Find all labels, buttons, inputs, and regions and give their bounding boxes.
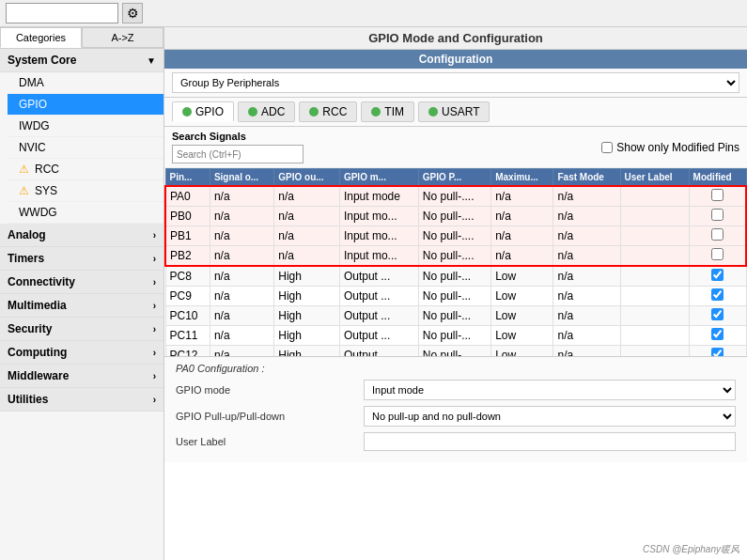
sidebar-item-gpio[interactable]: GPIO xyxy=(8,94,163,116)
table-cell: Output ... xyxy=(339,346,418,357)
table-cell: PC10 xyxy=(165,306,210,326)
section-analog-header[interactable]: Analog › xyxy=(0,224,163,247)
tab-atoz[interactable]: A->Z xyxy=(82,27,163,48)
table-cell: High xyxy=(274,306,340,326)
table-row[interactable]: PB1n/an/aInput mo...No pull-....n/an/a xyxy=(165,226,746,246)
section-timers: Timers › xyxy=(0,247,163,271)
table-cell xyxy=(620,287,689,306)
user-label-input[interactable] xyxy=(364,432,736,451)
table-cell: PC8 xyxy=(165,266,210,287)
table-cell: PB0 xyxy=(165,207,210,226)
tab-dot-tim xyxy=(371,107,381,117)
modified-checkbox[interactable] xyxy=(711,189,724,201)
top-bar: ⚙ xyxy=(0,0,747,27)
table-cell xyxy=(620,306,689,326)
section-computing-header[interactable]: Computing › xyxy=(0,341,163,365)
section-analog: Analog › xyxy=(0,224,163,247)
modified-checkbox[interactable] xyxy=(711,328,724,340)
modified-checkbox[interactable] xyxy=(711,308,724,320)
section-timers-header[interactable]: Timers › xyxy=(0,247,163,271)
modified-checkbox[interactable] xyxy=(711,288,724,301)
section-computing-label: Computing xyxy=(8,346,67,359)
top-search-input[interactable] xyxy=(6,3,118,23)
chevron-right-icon2: › xyxy=(153,254,156,264)
table-cell: n/a xyxy=(491,207,553,226)
section-analog-label: Analog xyxy=(8,228,46,241)
sidebar-item-wwdg[interactable]: WWDG xyxy=(8,202,163,224)
chevron-right-icon7: › xyxy=(153,371,156,381)
modified-checkbox[interactable] xyxy=(711,228,724,241)
section-middleware-header[interactable]: Middleware › xyxy=(0,365,163,388)
config-header: Configuration xyxy=(164,50,747,69)
table-row[interactable]: PC12n/aHighOutput ...No pull-...Lown/a xyxy=(165,346,746,357)
gpio-pull-value: No pull-up and no pull-down Pull-up Pull… xyxy=(364,406,736,427)
table-row[interactable]: PB2n/an/aInput mo...No pull-....n/an/a xyxy=(165,246,746,267)
tabs-row: GPIO ADC RCC TIM USART xyxy=(164,98,747,127)
table-cell: Output ... xyxy=(339,306,418,326)
table-cell: No pull-.... xyxy=(418,246,490,267)
table-cell: n/a xyxy=(491,186,553,207)
sidebar-item-nvic[interactable]: NVIC xyxy=(8,137,163,159)
sidebar-item-rcc[interactable]: ⚠RCC xyxy=(8,159,163,180)
signals-label: Search Signals xyxy=(172,131,303,142)
tab-gpio[interactable]: GPIO xyxy=(172,101,234,122)
user-label-value xyxy=(364,432,736,451)
tab-tim[interactable]: TIM xyxy=(361,101,414,122)
table-row[interactable]: PC9n/aHighOutput ...No pull-...Lown/a xyxy=(165,287,746,306)
tab-usart[interactable]: USART xyxy=(418,101,490,122)
modified-checkbox[interactable] xyxy=(711,248,724,260)
tab-rcc[interactable]: RCC xyxy=(299,101,357,122)
table-cell: High xyxy=(274,326,340,346)
sidebar-item-iwdg[interactable]: IWDG xyxy=(8,116,163,137)
sidebar-tabs: Categories A->Z xyxy=(0,27,163,49)
sidebar-item-sys[interactable]: ⚠SYS xyxy=(8,180,163,202)
table-cell xyxy=(620,266,689,287)
section-connectivity-header[interactable]: Connectivity › xyxy=(0,271,163,294)
section-utilities-header[interactable]: Utilities › xyxy=(0,388,163,412)
table-cell: n/a xyxy=(553,226,620,246)
group-by-select[interactable]: Group By Peripherals Group By IPs xyxy=(172,72,739,93)
section-computing: Computing › xyxy=(0,341,163,365)
tab-categories[interactable]: Categories xyxy=(0,27,82,48)
table-row[interactable]: PA0n/an/aInput modeNo pull-....n/an/a xyxy=(165,186,746,207)
table-cell: High xyxy=(274,287,340,306)
table-row[interactable]: PB0n/an/aInput mo...No pull-....n/an/a xyxy=(165,207,746,226)
table-cell xyxy=(620,186,689,207)
section-security-label: Security xyxy=(8,322,52,335)
table-cell: PB2 xyxy=(165,246,210,267)
col-max: Maximu... xyxy=(491,169,553,187)
section-middleware-label: Middleware xyxy=(8,369,69,382)
table-cell: No pull-.... xyxy=(418,186,490,207)
modified-checkbox[interactable] xyxy=(711,348,724,356)
gear-button[interactable]: ⚙ xyxy=(122,3,143,23)
modified-cell xyxy=(689,207,746,226)
section-multimedia-header[interactable]: Multimedia › xyxy=(0,294,163,318)
table-cell: Low xyxy=(491,266,553,287)
section-system-core-header[interactable]: System Core ▼ xyxy=(0,49,163,72)
gpio-pull-row: GPIO Pull-up/Pull-down No pull-up and no… xyxy=(176,406,736,427)
col-gpio-out: GPIO ou... xyxy=(274,169,340,187)
show-modified-checkbox[interactable] xyxy=(601,142,613,153)
table-cell: Low xyxy=(491,346,553,357)
tab-rcc-label: RCC xyxy=(322,105,347,118)
table-cell: Input mo... xyxy=(339,246,418,267)
section-security-header[interactable]: Security › xyxy=(0,318,163,341)
table-cell: Output ... xyxy=(339,266,418,287)
gpio-mode-select[interactable]: Input mode Output Push Pull Output Open … xyxy=(364,380,736,400)
table-cell: n/a xyxy=(210,287,273,306)
table-cell: n/a xyxy=(210,246,273,267)
table-cell xyxy=(620,346,689,357)
table-row[interactable]: PC10n/aHighOutput ...No pull-...Lown/a xyxy=(165,306,746,326)
table-row[interactable]: PC11n/aHighOutput ...No pull-...Lown/a xyxy=(165,326,746,346)
table-cell: n/a xyxy=(553,266,620,287)
sidebar-item-dma[interactable]: DMA xyxy=(8,72,163,94)
table-row[interactable]: PC8n/aHighOutput ...No pull-...Lown/a xyxy=(165,266,746,287)
modified-checkbox[interactable] xyxy=(711,269,724,281)
table-cell: n/a xyxy=(210,306,273,326)
signals-search-input[interactable] xyxy=(172,145,303,163)
modified-checkbox[interactable] xyxy=(711,209,724,221)
gpio-pull-select[interactable]: No pull-up and no pull-down Pull-up Pull… xyxy=(364,406,736,427)
modified-cell xyxy=(689,266,746,287)
tab-dot-rcc xyxy=(309,107,319,117)
tab-adc[interactable]: ADC xyxy=(238,101,295,122)
